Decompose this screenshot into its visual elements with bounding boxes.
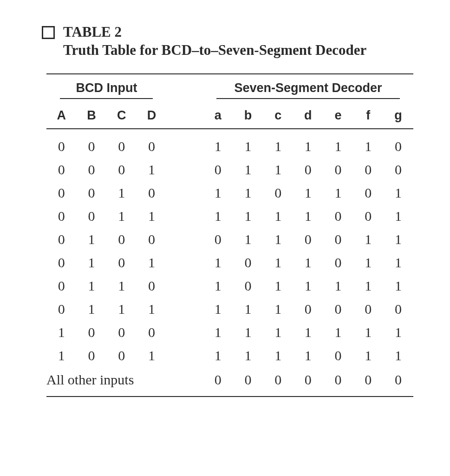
cell: 1 <box>383 205 413 228</box>
cell: 1 <box>383 228 413 251</box>
cell: 1 <box>46 321 77 344</box>
output-group-header: Seven-Segment Decoder <box>203 74 413 104</box>
cell: 1 <box>137 251 167 274</box>
cell: 0 <box>137 228 167 251</box>
cell: 0 <box>233 274 263 298</box>
cell: 1 <box>353 274 383 298</box>
gap-cell <box>167 274 203 298</box>
cell: 0 <box>77 321 107 344</box>
cell: 1 <box>323 274 353 298</box>
cell: 1 <box>293 181 323 205</box>
cell: 0 <box>323 205 353 228</box>
cell: 0 <box>46 274 77 298</box>
cell: 1 <box>293 205 323 228</box>
cell: 0 <box>353 181 383 205</box>
cell: 0 <box>106 129 137 158</box>
cell: 1 <box>203 298 233 321</box>
gap-cell <box>167 367 203 397</box>
cell: 1 <box>263 129 293 158</box>
table-number: TABLE 2 <box>63 23 366 41</box>
col-A: A <box>46 104 77 129</box>
cell: 1 <box>263 274 293 298</box>
cell: 0 <box>77 129 107 158</box>
cell: 1 <box>383 274 413 298</box>
gap-cell <box>167 205 203 228</box>
cell: 0 <box>323 298 353 321</box>
cell: 1 <box>263 298 293 321</box>
cell: 0 <box>106 228 137 251</box>
cell: 0 <box>77 344 107 367</box>
cell: 1 <box>323 129 353 158</box>
col-f: f <box>353 104 383 129</box>
cell: 1 <box>323 321 353 344</box>
other-inputs-label: All other inputs <box>46 367 167 397</box>
cell: 1 <box>263 251 293 274</box>
cell: 0 <box>106 321 137 344</box>
cell: 1 <box>137 298 167 321</box>
cell: 1 <box>323 181 353 205</box>
cell: 1 <box>233 321 263 344</box>
cell: 0 <box>137 321 167 344</box>
cell: 1 <box>353 228 383 251</box>
cell: 1 <box>137 205 167 228</box>
cell: 1 <box>293 251 323 274</box>
cell: 0 <box>323 158 353 181</box>
col-d: d <box>293 104 323 129</box>
cell: 1 <box>233 205 263 228</box>
gap-cell <box>167 228 203 251</box>
cell: 0 <box>293 367 323 397</box>
cell: 0 <box>323 251 353 274</box>
cell: 1 <box>77 274 107 298</box>
table-row: 10001111111 <box>46 321 413 344</box>
cell: 0 <box>46 129 77 158</box>
cell: 0 <box>137 181 167 205</box>
cell: 1 <box>233 129 263 158</box>
cell: 0 <box>77 158 107 181</box>
cell: 0 <box>323 344 353 367</box>
cell: 1 <box>203 344 233 367</box>
cell: 1 <box>77 228 107 251</box>
cell: 0 <box>323 367 353 397</box>
cell: 1 <box>137 158 167 181</box>
cell: 1 <box>233 228 263 251</box>
gap-cell <box>167 321 203 344</box>
col-a: a <box>203 104 233 129</box>
col-B: B <box>77 104 107 129</box>
cell: 0 <box>46 158 77 181</box>
table-row: 01111110000 <box>46 298 413 321</box>
gap-cell <box>167 158 203 181</box>
table-row: 00111111001 <box>46 205 413 228</box>
cell: 0 <box>233 251 263 274</box>
col-g: g <box>383 104 413 129</box>
title-block: TABLE 2 Truth Table for BCD–to–Seven-Seg… <box>63 23 366 60</box>
cell: 0 <box>106 344 137 367</box>
cell: 0 <box>353 158 383 181</box>
cell: 0 <box>46 228 77 251</box>
table-row: 01101011111 <box>46 274 413 298</box>
gap-cell <box>167 298 203 321</box>
cell: 1 <box>203 274 233 298</box>
cell: 1 <box>293 274 323 298</box>
cell: 1 <box>263 228 293 251</box>
cell: 0 <box>263 181 293 205</box>
cell: 0 <box>353 367 383 397</box>
cell: 0 <box>383 129 413 158</box>
cell: 1 <box>383 181 413 205</box>
cell: 0 <box>77 205 107 228</box>
cell: 0 <box>383 158 413 181</box>
cell: 1 <box>233 344 263 367</box>
table-header: TABLE 2 Truth Table for BCD–to–Seven-Seg… <box>42 23 408 60</box>
cell: 1 <box>263 344 293 367</box>
cell: 1 <box>233 298 263 321</box>
cell: 0 <box>106 251 137 274</box>
cell: 0 <box>137 274 167 298</box>
truth-table-wrap: BCD Input Seven-Segment Decoder A B C D … <box>46 73 413 397</box>
cell: 0 <box>46 205 77 228</box>
input-group-header: BCD Input <box>46 74 167 104</box>
cell: 0 <box>233 367 263 397</box>
cell: 1 <box>203 321 233 344</box>
cell: 1 <box>77 298 107 321</box>
cell: 0 <box>46 298 77 321</box>
cell: 1 <box>353 251 383 274</box>
cell: 1 <box>353 321 383 344</box>
